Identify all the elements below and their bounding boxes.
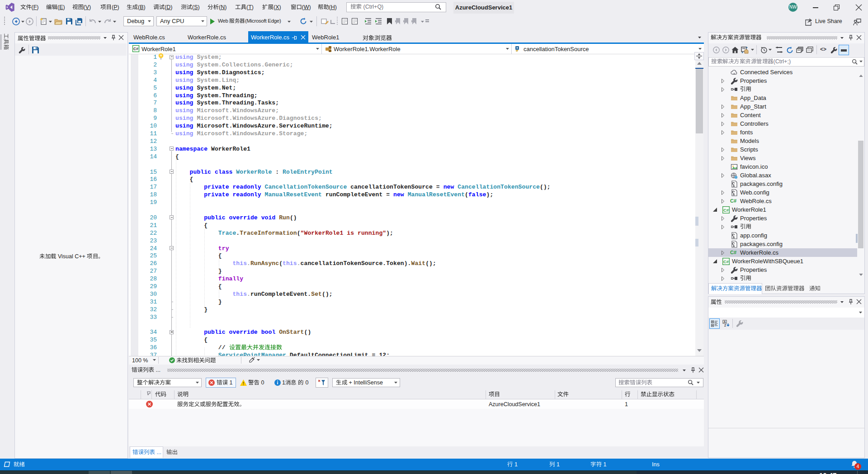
svg-text:C#: C# [133,47,138,51]
svg-text:C#: C# [723,207,729,212]
svg-text:Z: Z [724,324,726,327]
svg-text:C#: C# [723,259,729,264]
svg-text:A: A [723,320,726,323]
